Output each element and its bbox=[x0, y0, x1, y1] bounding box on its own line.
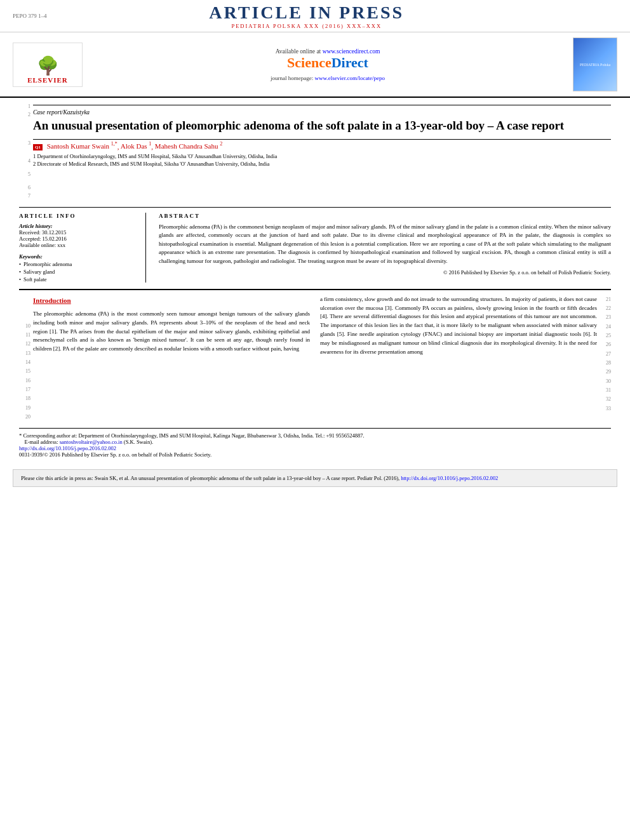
accepted-date: Accepted: 15.02.2016 bbox=[19, 236, 138, 242]
body-left-column: Introduction The pleomorphic adenoma (PA… bbox=[33, 295, 310, 422]
line-numbers-left: 1 2 3 4 5 6 7 bbox=[19, 103, 33, 201]
sciencedirect-brand: ScienceDirect bbox=[95, 55, 560, 71]
elsevier-logo: 🌳 ELSEVIER bbox=[13, 43, 83, 87]
journal-homepage: journal homepage: www.elsevier.com/locat… bbox=[95, 75, 560, 81]
author1: Santosh Kumar Swain 1,* bbox=[47, 142, 117, 150]
article-in-press-header: ARTICLE IN PRESS PEDIATRIA POLSKA XXX (2… bbox=[47, 3, 566, 29]
journal-cover-thumbnail: PEDIATRIA Polska bbox=[573, 37, 617, 91]
pepo-reference: PEPO 379 1–4 bbox=[13, 13, 47, 19]
body-two-columns: Introduction The pleomorphic adenoma (PA… bbox=[33, 295, 597, 422]
tree-icon: 🌳 bbox=[37, 55, 59, 76]
body-section: 10 11 12 13 14 15 16 17 18 19 20 Introdu… bbox=[19, 295, 611, 422]
corresponding-author: * Corresponding author at: Department of… bbox=[19, 432, 611, 439]
affiliation1: 1 Department of Otorhinolaryngology, IMS… bbox=[33, 153, 611, 159]
keyword-2: • Salivary gland bbox=[19, 269, 138, 275]
affiliation2: 2 Directorate of Medical Research, IMS a… bbox=[33, 161, 611, 167]
keyword-3: • Soft palate bbox=[19, 276, 138, 283]
elsevier-text: ELSEVIER bbox=[27, 76, 68, 84]
article-meta-section: 1 2 3 4 5 6 7 Case report/Kazuistyka An … bbox=[19, 103, 611, 201]
body-right-column: a firm consistency, slow growth and do n… bbox=[320, 295, 597, 422]
received-date: Received: 30.12.2015 bbox=[19, 229, 138, 236]
doi-line: http://dx.doi.org/10.1016/j.pepo.2016.02… bbox=[19, 445, 611, 451]
article-info-block: Case report/Kazuistyka An unusual presen… bbox=[33, 103, 611, 201]
main-title: ARTICLE IN PRESS bbox=[47, 3, 566, 23]
abstract-header: ABSTRACT bbox=[159, 213, 611, 219]
body-line-numbers-right: 21 22 23 24 25 26 27 28 29 30 31 32 33 bbox=[597, 295, 611, 422]
keywords-section: Keywords: • Pleomorphic adenoma • Saliva… bbox=[19, 253, 138, 283]
article-info-header: ARTICLE INFO bbox=[19, 213, 138, 219]
q1-badge: Q1 bbox=[33, 144, 43, 150]
abstract-column: ABSTRACT Pleomorphic adenoma (PA) is the… bbox=[159, 213, 611, 283]
journal-subtitle: PEDIATRIA POLSKA XXX (2016) XXX–XXX bbox=[47, 23, 566, 29]
article-history: Article history: Received: 30.12.2015 Ac… bbox=[19, 223, 138, 248]
citation-text: Please cite this article in press as: Sw… bbox=[21, 475, 399, 481]
body-line-numbers-left: 10 11 12 13 14 15 16 17 18 19 20 bbox=[19, 295, 33, 422]
abstract-text: Pleomorphic adenoma (PA) is the commones… bbox=[159, 223, 611, 266]
top-bar: PEPO 379 1–4 ARTICLE IN PRESS PEDIATRIA … bbox=[0, 0, 630, 32]
journal-homepage-link[interactable]: www.elsevier.com/locate/pepo bbox=[315, 75, 385, 81]
journal-info: Available online at www.sciencedirect.co… bbox=[95, 48, 560, 81]
citation-doi-link[interactable]: http://dx.doi.org/10.1016/j.pepo.2016.02… bbox=[401, 475, 498, 481]
email-link[interactable]: santoshvoltaire@yahoo.co.in bbox=[60, 439, 123, 445]
article-info-abstract: ARTICLE INFO Article history: Received: … bbox=[19, 207, 611, 283]
keyword-1: • Pleomorphic adenoma bbox=[19, 261, 138, 267]
logo-section: 🌳 ELSEVIER Available online at www.scien… bbox=[0, 32, 630, 98]
available-online: Available online: xxx bbox=[19, 242, 138, 248]
email-line: E-mail address: santoshvoltaire@yahoo.co… bbox=[19, 439, 611, 445]
author3: Mahesh Chandra Sahu 2 bbox=[155, 142, 222, 150]
intro-title: Introduction bbox=[33, 295, 310, 306]
main-content: 1 2 3 4 5 6 7 Case report/Kazuistyka An … bbox=[0, 98, 630, 463]
intro-paragraph: The pleomorphic adenoma (PA) is the most… bbox=[33, 310, 310, 354]
footnotes-section: * Corresponding author at: Department of… bbox=[19, 428, 611, 458]
history-label: Article history: bbox=[19, 223, 138, 229]
authors-line: Q1 Santosh Kumar Swain 1,*, Alok Das 1, … bbox=[33, 142, 611, 150]
citation-box: Please cite this article in press as: Sw… bbox=[13, 469, 617, 487]
available-online: Available online at www.sciencedirect.co… bbox=[95, 48, 560, 55]
author2: Alok Das 1 bbox=[121, 142, 152, 150]
sciencedirect-url-link[interactable]: www.sciencedirect.com bbox=[323, 48, 380, 55]
keywords-label: Keywords: bbox=[19, 253, 138, 260]
issn-line: 0031-3939/© 2016 Published by Elsevier S… bbox=[19, 451, 611, 458]
article-info-column: ARTICLE INFO Article history: Received: … bbox=[19, 213, 146, 283]
intro-para2: a firm consistency, slow growth and do n… bbox=[320, 295, 597, 357]
section-label: Case report/Kazuistyka bbox=[33, 109, 611, 116]
article-title: An unusual presentation of pleomorphic a… bbox=[33, 118, 611, 134]
abstract-copyright: © 2016 Published by Elsevier Sp. z o.o. … bbox=[159, 269, 611, 276]
doi-link[interactable]: http://dx.doi.org/10.1016/j.pepo.2016.02… bbox=[19, 445, 116, 451]
